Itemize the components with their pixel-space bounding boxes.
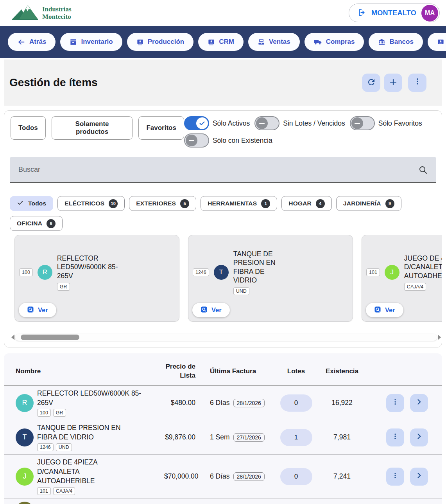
kebab-menu-icon [391, 432, 399, 442]
category-chips: Todos ELÉCTRICOS 10 EXTERIORES 5 HERRAMI… [10, 196, 436, 231]
row-open-button[interactable] [410, 428, 428, 446]
chip-count-badge: 5 [180, 199, 189, 208]
toggle-sin-lotes-vencidos[interactable] [254, 116, 279, 130]
view-todos-button[interactable]: Todos [11, 116, 46, 140]
refresh-button[interactable] [362, 74, 380, 92]
chip-count-badge: 1 [261, 199, 270, 208]
ver-button[interactable]: Ver [19, 303, 56, 317]
nav-item-produccion[interactable]: Producción [127, 33, 194, 51]
nav-item-partial[interactable] [428, 33, 446, 51]
account-label: MONTEALTO [371, 9, 416, 17]
invoice-age: 1 Sem [210, 433, 230, 441]
item-card: 1246 T TANQUE DE PRESION EN FIBRA DE VID… [188, 235, 353, 322]
lots-badge: 0 [280, 468, 312, 485]
logout-icon [358, 8, 366, 18]
horizontal-scrollbar [11, 333, 441, 341]
title-bar: Gestión de ítems [4, 59, 442, 106]
view-favoritos-button[interactable]: Favoritos [138, 116, 184, 140]
search-icon[interactable] [418, 165, 428, 175]
nav-item-inventario[interactable]: Inventario [60, 33, 122, 51]
top-header: Industrias Montecito MONTEALTO MA [0, 0, 446, 26]
toggle-solo-favoritos[interactable] [350, 116, 375, 130]
lots-badge: 0 [280, 394, 312, 412]
chip-electricos[interactable]: ELÉCTRICOS 10 [57, 196, 125, 211]
item-unit-badge: CAJA/4 [53, 487, 75, 495]
item-unit-badge: UND [56, 443, 72, 451]
row-open-button[interactable] [410, 394, 428, 412]
add-item-button[interactable] [384, 74, 402, 92]
toggle-solo-activos[interactable] [184, 116, 209, 130]
view-solo-productos-button[interactable]: Solamente productos [52, 116, 133, 140]
item-stock: 7,241 [317, 472, 367, 481]
scrollbar-thumb[interactable] [21, 335, 79, 340]
toggle-label: Sólo con Existencia [213, 137, 272, 145]
mountain-logo-icon [11, 3, 39, 23]
chip-oficina[interactable]: OFICINA 6 [10, 216, 63, 231]
item-price: $9,876.00 [164, 433, 195, 441]
item-stock: 7,981 [317, 433, 367, 441]
item-avatar: T [16, 428, 34, 446]
item-avatar: J [16, 468, 34, 486]
table-row[interactable]: J JUEGO DE 4PIEZA D/CANALETA AUTOADHERIB… [4, 455, 442, 499]
item-price: $70,000.00 [164, 472, 195, 481]
toggle-label: Sólo Favoritos [378, 119, 422, 128]
nav-item-bancos[interactable]: Bancos [369, 33, 423, 51]
scroll-right-icon[interactable] [438, 335, 441, 340]
nav-item-ventas[interactable]: Ventas [248, 33, 300, 51]
toggle-label: Sólo Activos [213, 119, 250, 128]
ver-button[interactable]: Ver [192, 303, 230, 317]
col-header-precio: Precio de Lista [164, 362, 195, 380]
row-open-button[interactable] [410, 468, 428, 486]
chip-hogar[interactable]: HOGAR 4 [281, 196, 332, 211]
ver-button[interactable]: Ver [366, 303, 403, 317]
table-row[interactable]: T TANQUE DE PRESION EN FIBRA DE VIDRIO 1… [4, 420, 442, 455]
main-navbar: Atrás Inventario Producción CRM Ventas C… [0, 26, 446, 58]
kebab-menu-icon [391, 472, 399, 481]
col-header-lotes: Lotes [276, 367, 317, 375]
refresh-icon [367, 77, 376, 88]
nav-back-button[interactable]: Atrás [8, 33, 56, 51]
col-header-ultima-factura: Última Factura [195, 367, 276, 375]
table-row[interactable]: PALITA ESTRECHA MANGO [4, 499, 442, 504]
account-button[interactable]: MONTEALTO MA [349, 4, 440, 22]
badge-icon [208, 38, 215, 46]
title-actions [362, 74, 426, 92]
scroll-left-icon[interactable] [11, 335, 14, 340]
dash-icon [351, 117, 363, 129]
account-avatar: MA [421, 5, 438, 22]
truck-icon [314, 38, 322, 46]
search-input[interactable]: Buscar [10, 157, 436, 183]
toggle-filters: Sólo Activos Sin Lotes / Vencidos Sólo F… [184, 116, 435, 148]
invoice-date-chip: 27/1/2026 [233, 433, 265, 442]
nav-item-compras[interactable]: Compras [304, 33, 364, 51]
point-of-sale-icon [258, 38, 265, 46]
item-price: $480.00 [164, 399, 195, 407]
row-more-options-button[interactable] [386, 468, 404, 486]
preview-icon [201, 306, 208, 315]
arrow-left-icon [17, 38, 25, 46]
col-header-existencia: Existencia [317, 367, 367, 375]
nav-item-crm[interactable]: CRM [198, 33, 244, 51]
invoice-date-chip: 28/1/2026 [233, 472, 265, 481]
scrollbar-track[interactable] [15, 334, 437, 341]
row-more-options-button[interactable] [386, 428, 404, 446]
row-more-options-button[interactable] [386, 394, 404, 412]
item-avatar: R [38, 265, 52, 280]
dash-icon [186, 135, 197, 146]
item-name: JUEGO DE 4PIEZA D/CANALETA AUTOADHERIBLE [37, 458, 115, 486]
item-avatar: J [385, 265, 399, 280]
chevron-right-icon [415, 472, 423, 481]
chip-jardineria[interactable]: JARDINERÍA 9 [336, 196, 401, 211]
plus-icon [389, 77, 398, 88]
toggle-solo-con-existencia[interactable] [184, 133, 209, 148]
chip-count-badge: 6 [47, 219, 56, 228]
more-options-button[interactable] [408, 74, 426, 92]
table-header-row: Nombre Precio de Lista Última Factura Lo… [4, 353, 442, 386]
chip-todos[interactable]: Todos [10, 196, 53, 211]
item-code-badge: 1246 [37, 443, 54, 451]
item-unit-badge: GR [53, 409, 66, 417]
chip-exteriores[interactable]: EXTERIORES 5 [129, 196, 196, 211]
chip-count-badge: 4 [316, 199, 325, 208]
chip-herramientas[interactable]: HERRAMIENTAS 1 [201, 196, 277, 211]
table-row[interactable]: R REFLECTOR LED50W/6000K 85-265V 100 GR … [4, 386, 442, 420]
